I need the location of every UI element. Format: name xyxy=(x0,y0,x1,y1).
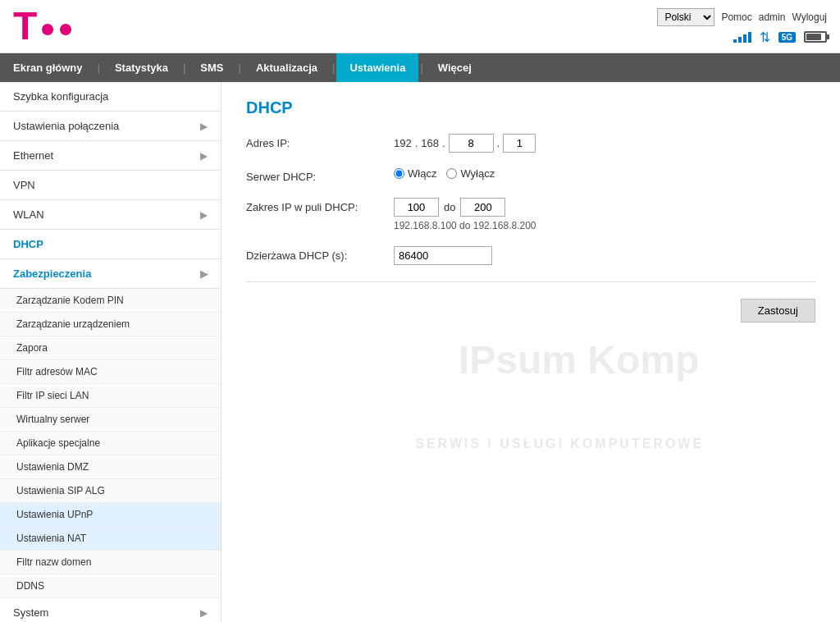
sidebar-ethernet-label: Ethernet xyxy=(13,149,53,162)
sidebar-domain-filter[interactable]: Filtr nazw domen xyxy=(0,551,221,574)
logo-dots xyxy=(42,24,71,35)
sidebar-vpn-label: VPN xyxy=(13,179,35,191)
sidebar-quick-config[interactable]: Szybka konfiguracja xyxy=(0,82,221,112)
lease-label: Dzierżawa DHCP (s): xyxy=(246,246,394,262)
sidebar-security[interactable]: Zabezpieczenia ▶ xyxy=(0,259,221,289)
help-link[interactable]: Pomoc xyxy=(721,11,751,23)
range-control: do 192.168.8.100 do 192.168.8.200 xyxy=(394,198,815,231)
sidebar-dhcp-label: DHCP xyxy=(13,238,43,250)
nav-bar: Ekran główny | Statystyka | SMS | Aktual… xyxy=(0,53,840,82)
range-to-label: do xyxy=(444,201,455,213)
page-title: DHCP xyxy=(246,98,815,117)
signal-bars-icon xyxy=(733,32,751,43)
sidebar-quick-config-label: Szybka konfiguracja xyxy=(13,90,108,103)
lease-control xyxy=(394,246,815,265)
ip-static-1: 192 xyxy=(394,137,412,149)
sidebar-mac-filter[interactable]: Filtr adresów MAC xyxy=(0,360,221,384)
admin-label: admin xyxy=(759,11,786,23)
top-controls: Polski English Pomoc admin Wyloguj xyxy=(657,8,827,26)
language-select[interactable]: Polski English xyxy=(657,8,714,26)
nav-statistics[interactable]: Statystyka xyxy=(102,53,181,82)
top-bar: T Polski English Pomoc admin Wyloguj ⇅ 5… xyxy=(0,0,840,53)
range-label: Zakres IP w puli DHCP: xyxy=(246,198,394,213)
nav-update[interactable]: Aktualizacja xyxy=(243,53,331,82)
chevron-right-icon-4: ▶ xyxy=(200,268,208,280)
ip-static-2: 168 xyxy=(421,137,439,149)
dhcp-server-row: Serwer DHCP: Włącz Wyłącz xyxy=(246,167,815,183)
sidebar-dhcp[interactable]: DHCP xyxy=(0,230,221,259)
battery-tip xyxy=(827,34,829,39)
logo-dot-1 xyxy=(42,24,53,35)
logo-t-letter: T xyxy=(13,7,37,46)
sidebar-ethernet[interactable]: Ethernet ▶ xyxy=(0,141,221,171)
dhcp-server-label: Serwer DHCP: xyxy=(246,167,394,183)
radio-on-label[interactable]: Włącz xyxy=(394,167,436,180)
sidebar: Szybka konfiguracja Ustawienia połączeni… xyxy=(0,82,221,622)
logo: T xyxy=(13,7,71,46)
sidebar-virtual-server[interactable]: Wirtualny serwer xyxy=(0,408,221,432)
sidebar-device-management[interactable]: Zarządzanie urządzeniem xyxy=(0,313,221,336)
nav-sms[interactable]: SMS xyxy=(187,53,236,82)
top-right: Polski English Pomoc admin Wyloguj ⇅ 5G xyxy=(657,8,827,45)
apply-button[interactable]: Zastosuj xyxy=(741,299,815,322)
watermark-line1: IPsum Komp xyxy=(459,337,699,382)
lease-input[interactable] xyxy=(394,246,492,265)
radio-off-label[interactable]: Wyłącz xyxy=(446,167,495,180)
sidebar-pin-management[interactable]: Zarządzanie Kodem PIN xyxy=(0,289,221,313)
ip-octet4-input[interactable] xyxy=(503,134,536,153)
sidebar-ddns[interactable]: DDNS xyxy=(0,574,221,598)
sidebar-system[interactable]: System ▶ xyxy=(0,598,221,622)
sidebar-nat[interactable]: Ustawienia NAT xyxy=(0,527,221,551)
sidebar-system-label: System xyxy=(13,606,48,619)
sidebar-lan-ip-filter[interactable]: Filtr IP sieci LAN xyxy=(0,384,221,408)
nav-settings[interactable]: Ustawienia xyxy=(336,53,418,82)
range-to-input[interactable] xyxy=(460,198,505,217)
nav-more[interactable]: Więcej xyxy=(425,53,485,82)
sidebar-connection-settings[interactable]: Ustawienia połączenia ▶ xyxy=(0,112,221,141)
battery-icon xyxy=(804,31,827,43)
battery-fill xyxy=(806,34,821,40)
content-area: IPsum Komp SERWIS I USŁUGI KOMPUTEROWE D… xyxy=(221,82,840,622)
signal-bar-1 xyxy=(733,39,737,43)
data-transfer-icon: ⇅ xyxy=(760,30,770,45)
divider xyxy=(246,281,815,282)
sidebar-firewall[interactable]: Zapora xyxy=(0,336,221,360)
sidebar-security-label: Zabezpieczenia xyxy=(13,268,91,280)
sidebar-upnp[interactable]: Ustawienia UPnP xyxy=(0,503,221,527)
sidebar-wlan-label: WLAN xyxy=(13,208,44,221)
chevron-right-icon: ▶ xyxy=(200,121,208,132)
range-row: Zakres IP w puli DHCP: do 192.168.8.100 … xyxy=(246,198,815,231)
signal-bar-2 xyxy=(738,37,742,43)
main-layout: Szybka konfiguracja Ustawienia połączeni… xyxy=(0,82,840,622)
nav-home[interactable]: Ekran główny xyxy=(0,53,96,82)
sidebar-vpn[interactable]: VPN xyxy=(0,171,221,200)
sidebar-dmz[interactable]: Ustawienia DMZ xyxy=(0,455,221,479)
sidebar-wlan[interactable]: WLAN ▶ xyxy=(0,200,221,230)
chevron-right-icon-3: ▶ xyxy=(200,209,208,221)
range-hint: 192.168.8.100 do 192.168.8.200 xyxy=(394,220,815,231)
ip-octet3-input[interactable] xyxy=(449,134,494,153)
network-type-badge: 5G xyxy=(778,32,796,43)
ip-row: Adres IP: 192 . 168 . . xyxy=(246,134,815,153)
signal-bar-4 xyxy=(748,32,751,43)
logo-dot-2 xyxy=(60,24,71,35)
dhcp-radio-group: Włącz Wyłącz xyxy=(394,167,815,180)
ip-label: Adres IP: xyxy=(246,134,394,149)
chevron-right-icon-2: ▶ xyxy=(200,150,208,162)
logout-link[interactable]: Wyloguj xyxy=(792,11,827,23)
chevron-right-icon-5: ▶ xyxy=(200,607,208,619)
radio-off[interactable] xyxy=(446,168,457,179)
sidebar-special-apps[interactable]: Aplikacje specjalne xyxy=(0,432,221,455)
range-from-input[interactable] xyxy=(394,198,439,217)
dhcp-server-control: Włącz Wyłącz xyxy=(394,167,815,180)
radio-on[interactable] xyxy=(394,168,404,179)
status-icons: ⇅ 5G xyxy=(733,30,827,45)
watermark-line2: SERWIS I USŁUGI KOMPUTEROWE xyxy=(415,437,704,451)
lease-row: Dzierżawa DHCP (s): xyxy=(246,246,815,265)
range-fields: do xyxy=(394,198,815,217)
sidebar-connection-label: Ustawienia połączenia xyxy=(13,120,119,132)
signal-bar-3 xyxy=(743,34,746,43)
radio-on-text: Włącz xyxy=(408,167,436,180)
ip-fields: 192 . 168 . . xyxy=(394,134,815,153)
sidebar-sip-alg[interactable]: Ustawienia SIP ALG xyxy=(0,479,221,503)
